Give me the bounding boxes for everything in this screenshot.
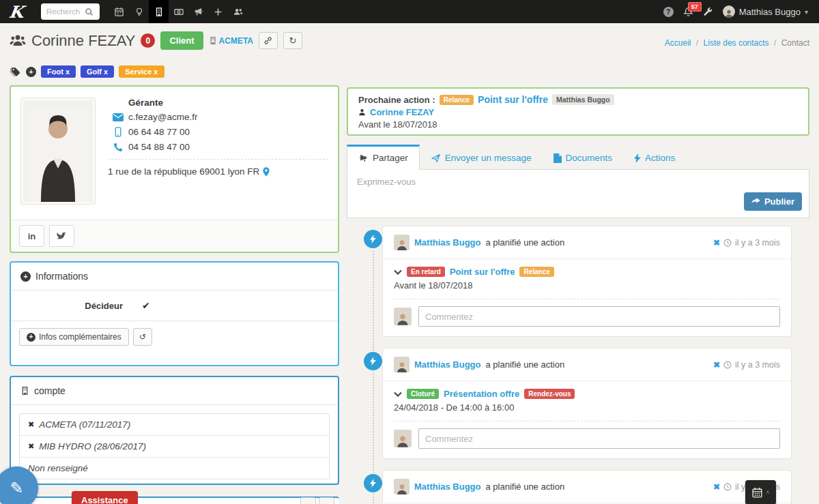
building-icon[interactable] [149, 0, 169, 23]
action-bolt-icon [364, 352, 382, 370]
tab-documents[interactable]: Documents [543, 147, 623, 169]
client-status-button[interactable]: Client [160, 31, 203, 50]
person-icon [358, 108, 366, 116]
action-owner-badge: Matthias Buggo [552, 94, 614, 105]
comment-input[interactable] [418, 306, 780, 327]
history-button[interactable]: ↺ [133, 328, 152, 346]
tags-row: + Foot x Golf x Service x [10, 65, 164, 78]
informations-title: Informations [35, 271, 88, 282]
commenter-avatar [394, 308, 412, 325]
tab-envoyer-message[interactable]: Envoyer un message [420, 147, 543, 169]
compte-list-item: Non renseigné [20, 458, 329, 479]
wrench-icon[interactable] [703, 7, 713, 17]
author-avatar [394, 479, 410, 494]
user-name: Matthias Buggo [739, 7, 801, 17]
clock-icon [723, 239, 732, 247]
timeline-item: Matthias Buggo a planifié une action ✖ i… [347, 470, 809, 504]
contact-card: Gérante c.fezay@acme.fr 06 64 48 77 00 [10, 85, 339, 253]
status-badge: Cloturé [407, 389, 439, 399]
breadcrumb-separator: / [696, 38, 698, 48]
lightbulb-icon[interactable] [129, 0, 149, 23]
breadcrumb-contacts-list[interactable]: Liste des contacts [704, 38, 769, 48]
tag-golf[interactable]: Golf x [81, 65, 114, 78]
next-action-contact-link[interactable]: Corinne FEZAY [370, 107, 434, 117]
author-link[interactable]: Matthias Buggo [414, 237, 481, 248]
link-icon [263, 36, 272, 45]
calendar-quick-widget[interactable]: ˄ [745, 480, 776, 504]
activity-timeline: Matthias Buggo a planifié une action ✖ i… [347, 226, 809, 504]
tag-foot[interactable]: Foot x [41, 65, 76, 78]
plus-icon[interactable] [208, 0, 228, 23]
search-input[interactable] [46, 8, 85, 16]
left-column: Gérante c.fezay@acme.fr 06 64 48 77 00 [10, 85, 339, 504]
panel-mini-button[interactable] [319, 497, 334, 504]
dismiss-icon[interactable]: ✖ [713, 238, 720, 248]
notifications-bell[interactable]: 57 [683, 7, 693, 17]
next-action-label: Prochaine action : [358, 95, 435, 105]
expand-informations-icon[interactable]: + [20, 271, 31, 282]
pencil-icon: ✎ [10, 479, 23, 498]
tab-bar: Partager Envoyer un message Documents Ac… [347, 145, 809, 170]
status-badge: En retard [407, 267, 445, 277]
global-search[interactable] [41, 3, 100, 20]
contact-mobile[interactable]: 06 64 48 77 00 [128, 127, 190, 137]
app-logo[interactable]: K [0, 0, 34, 23]
megaphone-icon[interactable] [188, 0, 208, 23]
share-composer[interactable]: Exprimez-vous Publier [347, 170, 809, 218]
chevron-down-icon[interactable] [394, 391, 402, 397]
panel-mini-button[interactable] [300, 497, 316, 504]
map-marker-icon[interactable] [263, 167, 270, 177]
navbar-right: ? 57 Matthias Buggo ▾ [663, 5, 819, 18]
search-icon [85, 8, 94, 16]
assistance-panel: Assistance [10, 496, 339, 504]
calendar-icon[interactable] [109, 0, 129, 23]
tab-actions[interactable]: Actions [623, 147, 686, 169]
action-title-link[interactable]: Présentation offre [444, 389, 519, 399]
linkedin-icon: in [28, 231, 36, 241]
user-menu[interactable]: Matthias Buggo ▾ [723, 5, 808, 18]
breadcrumb-home[interactable]: Accueil [665, 38, 691, 48]
action-type-badge: Relance [440, 95, 474, 105]
author-link[interactable]: Matthias Buggo [414, 359, 481, 370]
event-text: a planifié une action [486, 359, 565, 370]
remove-icon[interactable]: ✖ [28, 420, 34, 429]
link-button[interactable] [259, 32, 278, 49]
assistance-button[interactable]: Assistance [72, 491, 138, 504]
company-link[interactable]: ACMETA [209, 36, 253, 46]
action-title-link[interactable]: Point sur l'offre [450, 267, 515, 277]
contact-photo[interactable] [20, 98, 96, 205]
action-bolt-icon [364, 230, 382, 248]
dismiss-icon[interactable]: ✖ [713, 360, 720, 370]
twitter-button[interactable] [49, 225, 74, 247]
banknote-icon[interactable] [169, 0, 188, 23]
add-tag-button[interactable]: + [26, 67, 36, 77]
help-icon[interactable]: ? [663, 7, 674, 17]
timeline-item: Matthias Buggo a planifié une action ✖ i… [347, 348, 809, 459]
chevron-down-icon[interactable] [394, 269, 402, 275]
user-avatar [723, 5, 735, 18]
commenter-avatar [394, 430, 412, 447]
next-action-title-link[interactable]: Point sur l'offre [478, 94, 548, 105]
remove-icon[interactable]: ✖ [28, 442, 34, 451]
refresh-button[interactable]: ↻ [283, 32, 302, 49]
compte-list: ✖ ACMETA (07/11/2017) ✖ MIB HYDRO (28/06… [19, 413, 330, 479]
comment-input[interactable] [418, 428, 780, 449]
contact-social-footer: in [11, 220, 338, 252]
publish-button[interactable]: Publier [744, 192, 802, 211]
decideur-label: Décideur [20, 301, 123, 311]
share-arrow-icon [751, 198, 760, 205]
opportunity-count-badge[interactable]: 0 [141, 33, 155, 48]
contact-phone[interactable]: 04 54 88 47 00 [128, 142, 190, 152]
compte-list-item[interactable]: ✖ ACMETA (07/11/2017) [20, 414, 329, 436]
tag-service[interactable]: Service x [119, 65, 164, 78]
infos-complementaires-button[interactable]: + Infos complémentaires [19, 328, 129, 346]
users-group-icon[interactable] [228, 0, 248, 23]
tab-partager[interactable]: Partager [347, 145, 420, 170]
contact-email[interactable]: c.fezay@acme.fr [128, 112, 197, 122]
author-link[interactable]: Matthias Buggo [414, 481, 481, 492]
dismiss-icon[interactable]: ✖ [713, 482, 720, 492]
compte-list-item[interactable]: ✖ MIB HYDRO (28/06/2017) [20, 436, 329, 458]
page-header: Corinne FEZAY 0 Client ACMETA ↻ Accueil … [10, 31, 809, 50]
informations-panel: + Informations Décideur ✔ + Infos complé… [10, 261, 339, 366]
linkedin-button[interactable]: in [19, 225, 44, 247]
